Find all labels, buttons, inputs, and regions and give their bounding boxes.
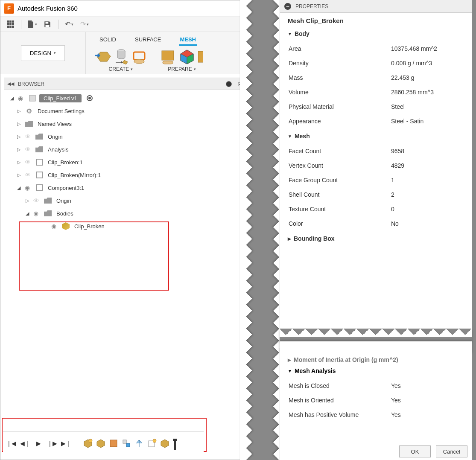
section-mesh[interactable]: Mesh [288,133,464,140]
visibility-off-icon[interactable]: 👁 [25,172,32,178]
more-prepare-button[interactable] [198,48,204,65]
timeline-feature-1[interactable] [83,439,93,448]
section-bounding-box[interactable]: Bounding Box [288,235,464,242]
visibility-off-icon[interactable]: 👁 [25,146,32,153]
active-component-icon[interactable] [87,95,93,101]
section-body[interactable]: Body [288,30,464,37]
generate-face-groups-button[interactable] [179,48,195,65]
folder-icon [35,146,44,153]
tab-mesh[interactable]: MESH [179,35,197,46]
create-mesh-cylinder-button[interactable] [114,48,128,65]
tree-clip-broken-1[interactable]: ▷ 👁 Clip_Broken:1 [4,156,245,169]
caret-icon[interactable]: ◢ [10,96,15,101]
caret-icon[interactable]: ▷ [17,147,22,152]
visibility-off-icon[interactable]: 👁 [33,197,41,204]
folder-icon [44,197,52,204]
file-menu-button[interactable] [26,19,38,30]
timeline-start-button[interactable]: ❘◀ [6,439,16,448]
tab-solid[interactable]: SOLID [99,35,117,46]
timeline-end-button[interactable]: ▶❘ [61,439,70,448]
tree-clip-broken-body[interactable]: ◉ Clip_Broken [4,220,245,233]
create-mesh-section-button[interactable] [131,48,147,65]
ribbon-tabs: SOLID SURFACE MESH [86,32,249,46]
caret-icon[interactable]: ◢ [26,211,31,216]
timeline-feature-5[interactable] [134,439,144,448]
svg-rect-6 [134,52,145,60]
browser-minimize-button[interactable] [226,81,232,87]
component-icon [35,158,44,166]
visibility-icon[interactable]: ◉ [51,223,59,230]
svg-rect-15 [29,95,35,101]
titlebar: F Autodesk Fusion 360 [0,0,249,17]
svg-rect-19 [110,440,117,447]
torn-edge-icon [240,0,257,460]
undo-button[interactable]: ↶ [64,19,75,30]
gear-icon: ⚙ [25,107,33,115]
repair-mesh-button[interactable] [160,48,176,65]
caret-icon[interactable]: ▷ [17,172,22,178]
timeline-feature-4[interactable] [122,439,131,448]
node-label: Origin [55,197,73,204]
group-prepare-label[interactable]: PREPARE [168,66,196,72]
prop-appearance: AppearanceSteel - Satin [288,114,464,128]
visibility-off-icon[interactable]: 👁 [25,133,32,140]
prop-density: Density0.008 g / mm^3 [288,56,464,70]
app-title: Autodesk Fusion 360 [18,5,78,12]
timeline-feature-6[interactable] [147,439,157,448]
tree-component3[interactable]: ◢ ◉ Component3:1 [4,181,245,194]
timeline-marker[interactable] [173,439,182,448]
prop-mesh-oriented: Mesh is OrientedYes [288,393,464,408]
visibility-icon[interactable]: ◉ [33,210,41,217]
timeline-step-fwd-button[interactable]: ❘▶ [47,439,57,448]
timeline-feature-2[interactable] [96,439,105,448]
caret-icon[interactable]: ◢ [17,185,22,191]
fusion-main-window: F Autodesk Fusion 360 ↶ ↷ DESIGN SOLID S… [0,0,250,460]
caret-icon[interactable]: ▷ [17,160,22,165]
ok-button[interactable]: OK [399,445,431,457]
timeline-step-back-button[interactable]: ◀❘ [20,439,29,448]
node-label: Clip_Broken(Mirror):1 [46,172,102,179]
tree-clip-broken-mirror[interactable]: ▷ 👁 Clip_Broken(Mirror):1 [4,169,245,181]
caret-icon[interactable]: ▷ [26,198,31,204]
caret-icon[interactable]: ▷ [17,134,22,140]
timeline-play-button[interactable]: ▶ [34,439,43,448]
tree-analysis[interactable]: ▷ 👁 Analysis [4,143,245,156]
redo-button[interactable]: ↷ [79,19,90,30]
component-icon [35,171,44,179]
data-panel-button[interactable] [5,19,16,30]
tree-child-origin[interactable]: ▷ 👁 Origin [4,194,245,207]
tree-origin[interactable]: ▷ 👁 Origin [4,130,245,143]
group-prepare: PREPARE [160,48,204,72]
caret-icon[interactable]: ▷ [17,121,22,127]
insert-mesh-button[interactable] [94,48,111,65]
group-create-label[interactable]: CREATE [109,66,133,72]
quick-access-toolbar: ↶ ↷ [0,17,249,32]
component-icon [28,94,37,102]
component-icon [35,184,44,192]
browser-collapse-button[interactable]: ◀◀ [7,80,15,88]
tree-bodies[interactable]: ◢ ◉ Bodies [4,207,245,220]
cancel-button[interactable]: Cancel [436,445,467,457]
visibility-icon[interactable]: ◉ [25,184,32,191]
section-mesh-analysis[interactable]: Mesh Analysis [288,367,464,374]
properties-panel-lower: Moment of Inertia at Origin (g mm^2) Mes… [280,348,472,460]
visibility-icon[interactable]: ◉ [18,95,26,102]
prop-volume: Volume2860.258 mm^3 [288,85,464,99]
node-label: Document Settings [36,108,86,115]
visibility-off-icon[interactable]: 👁 [25,159,32,166]
svg-marker-24 [161,440,169,448]
workspace-switcher[interactable]: DESIGN [21,45,65,61]
node-label: Origin [46,133,64,140]
caret-icon[interactable]: ▷ [17,108,22,114]
section-moment[interactable]: Moment of Inertia at Origin (g mm^2) [288,356,464,363]
svg-marker-5 [123,60,128,64]
tree-named-views[interactable]: ▷ Named Views [4,117,245,130]
tree-root[interactable]: ◢ ◉ Clip_Fixed v1 [4,92,245,105]
tree-document-settings[interactable]: ▷ ⚙ Document Settings [4,105,245,117]
tab-surface[interactable]: SURFACE [134,35,162,46]
timeline-feature-3[interactable] [109,439,118,448]
save-button[interactable] [42,19,53,30]
timeline-feature-7[interactable] [160,439,169,448]
collapse-icon[interactable]: – [284,3,291,10]
node-label: Component3:1 [46,184,86,192]
